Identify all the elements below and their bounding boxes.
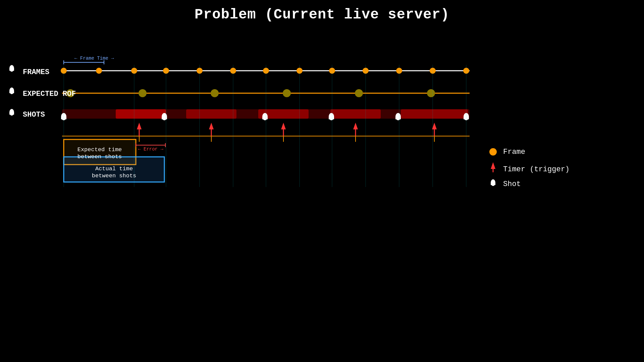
svg-text:between shots: between shots <box>77 154 122 160</box>
svg-text:Actual time: Actual time <box>95 166 133 172</box>
svg-text:between shots: between shots <box>92 173 137 179</box>
svg-rect-82 <box>9 68 14 71</box>
diagram-container: ← Frame Time → <box>0 26 644 328</box>
svg-text:Timer (trigger): Timer (trigger) <box>503 165 570 174</box>
svg-point-6 <box>96 68 102 74</box>
svg-rect-26 <box>116 109 166 119</box>
svg-point-22 <box>283 89 291 97</box>
svg-rect-34 <box>162 117 167 119</box>
svg-rect-96 <box>491 183 495 185</box>
svg-marker-63 <box>209 123 214 129</box>
svg-text:FRAMES: FRAMES <box>23 68 49 76</box>
svg-text:← Frame Time →: ← Frame Time → <box>74 56 114 61</box>
svg-text:Expected time: Expected time <box>77 146 122 153</box>
svg-marker-65 <box>281 123 286 129</box>
svg-marker-67 <box>353 123 358 129</box>
svg-text:← Error →: ← Error → <box>138 146 163 152</box>
svg-point-24 <box>427 89 435 97</box>
svg-text:SHOTS: SHOTS <box>23 111 45 119</box>
svg-text:EXPECTED ROF: EXPECTED ROF <box>23 90 76 98</box>
svg-marker-61 <box>137 123 142 129</box>
svg-rect-36 <box>262 117 268 119</box>
svg-rect-85 <box>9 91 14 93</box>
svg-point-90 <box>489 148 497 156</box>
svg-text:Frame: Frame <box>503 148 525 156</box>
page-title: Problem (Current live server) <box>0 0 644 26</box>
svg-rect-40 <box>395 117 401 119</box>
svg-text:Shot: Shot <box>503 180 521 188</box>
svg-rect-27 <box>186 109 236 119</box>
svg-rect-29 <box>330 109 381 119</box>
svg-point-20 <box>139 89 147 97</box>
svg-rect-30 <box>401 109 468 119</box>
svg-rect-88 <box>9 112 14 115</box>
diagram-svg: ← Frame Time → <box>0 26 644 328</box>
svg-rect-38 <box>329 117 334 119</box>
svg-marker-92 <box>491 162 495 169</box>
svg-point-21 <box>211 89 219 97</box>
svg-point-23 <box>355 89 363 97</box>
